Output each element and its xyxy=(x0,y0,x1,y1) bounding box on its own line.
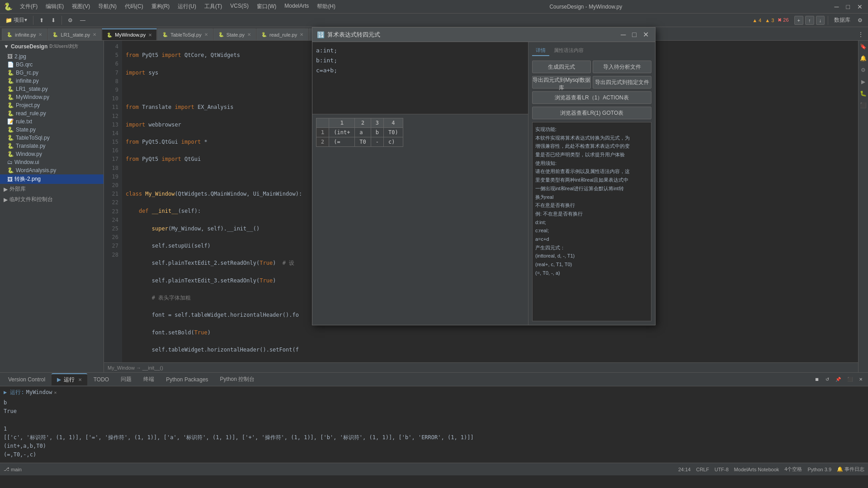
tab-lr1state[interactable]: 🐍 LR1_state.py ✕ xyxy=(47,28,101,40)
menu-bar[interactable]: 文件(F) 编辑(E) 视图(V) 导航(N) 代码(C) 重构(R) 运行(U… xyxy=(16,2,339,11)
sidebar-item-lr1statepy[interactable]: 🐍 LR1_state.py xyxy=(0,85,104,93)
notif-up-btn[interactable]: ↑ xyxy=(805,16,814,25)
settings-icon[interactable]: ⚙ xyxy=(859,66,868,74)
menu-window[interactable]: 窗口(W) xyxy=(253,2,280,11)
warning-count[interactable]: ▲ 4 xyxy=(752,18,761,23)
notif-down-btn[interactable]: ↓ xyxy=(816,16,825,25)
project-dropdown[interactable]: 📁 项目▾ xyxy=(3,14,30,26)
sidebar-group-external[interactable]: ▶ 外部库 xyxy=(0,184,104,194)
sidebar-root[interactable]: ▼ CourseDesign D:\Users\刘方 xyxy=(0,41,104,52)
close-tab-mywindow[interactable]: ✕ xyxy=(148,33,152,38)
maximize-btn[interactable]: □ xyxy=(844,3,852,10)
tab-python-packages[interactable]: Python Packages xyxy=(160,375,213,385)
view-action-btn[interactable]: 浏览器查看LR（1）ACTION表 xyxy=(532,91,651,104)
run-rerun-btn[interactable]: ↺ xyxy=(823,375,832,385)
menu-modelarts[interactable]: ModelArts xyxy=(281,2,312,11)
menu-edit[interactable]: 编辑(E) xyxy=(42,2,67,11)
sidebar-item-wordanalysis[interactable]: 🐍 WordAnalysis.py xyxy=(0,166,104,174)
arithmetic-dialog[interactable]: 🔢 算术表达式转四元式 ─ □ ✕ a:int;b:int;c=a+b; xyxy=(312,27,656,325)
maximize-panel-btn[interactable]: ⬛ xyxy=(844,375,855,385)
error-count[interactable]: ✖ 26 xyxy=(778,17,788,23)
sidebar-item-ruletxt[interactable]: 📝 rule.txt xyxy=(0,117,104,126)
collapse-btn[interactable]: — xyxy=(77,14,88,26)
tab-grammar[interactable]: 属性语法内容 xyxy=(550,46,587,56)
menu-view[interactable]: 视图(V) xyxy=(68,2,94,11)
tab-run[interactable]: ▶ 运行 ✕ xyxy=(52,373,87,385)
sidebar-item-mywindowpy[interactable]: 🐍 MyWindow.py xyxy=(0,93,104,101)
nav-up-btn[interactable]: ⬆ xyxy=(37,14,47,26)
terminal-icon[interactable]: ⬛ xyxy=(859,101,868,109)
menu-run[interactable]: 运行(U) xyxy=(174,2,200,11)
dialog-close-btn[interactable]: ✕ xyxy=(641,30,651,39)
tab-terminal[interactable]: 终端 xyxy=(138,374,160,385)
menu-file[interactable]: 文件(F) xyxy=(16,2,41,11)
tab-problems[interactable]: 问题 xyxy=(115,374,137,385)
line-ending[interactable]: CRLF xyxy=(696,467,709,472)
nav-down-btn[interactable]: ⬇ xyxy=(48,14,58,26)
tab-state[interactable]: 🐍 State.py ✕ xyxy=(213,28,256,40)
sidebar-item-readrulepy[interactable]: 🐍 read_rule.py xyxy=(0,109,104,117)
sidebar-item-infinitepy[interactable]: 🐍 infinite.py xyxy=(0,77,104,85)
database-btn[interactable]: 数据库 xyxy=(831,14,853,26)
dialog-maximize-btn[interactable]: □ xyxy=(630,31,638,39)
export-mysql-btn[interactable]: 导出四元式到Mysql数据库 xyxy=(532,76,591,89)
close-tab-state[interactable]: ✕ xyxy=(247,32,251,37)
sidebar-group-temp[interactable]: ▶ 临时文件和控制台 xyxy=(0,194,104,205)
cursor-position[interactable]: 24:14 xyxy=(678,467,691,472)
tab-mywindow[interactable]: 🐍 MyWindow.py ✕ xyxy=(102,28,157,40)
platform[interactable]: ModelArts Notebook xyxy=(734,467,779,472)
view-goto-btn[interactable]: 浏览器查看LR(1) GOTO表 xyxy=(532,107,651,119)
import-file-btn[interactable]: 导入待分析文件 xyxy=(593,61,651,73)
menu-help[interactable]: 帮助(H) xyxy=(313,2,339,11)
minimize-btn[interactable]: ─ xyxy=(833,3,841,10)
window-controls[interactable]: ─ □ ✕ xyxy=(833,3,864,10)
charset[interactable]: UTF-8 xyxy=(714,467,728,472)
more-btn[interactable]: ⚙ xyxy=(855,14,865,26)
debug-icon[interactable]: 🐛 xyxy=(859,89,868,98)
tab-infinite[interactable]: 🐍 infinite.py ✕ xyxy=(2,28,47,40)
close-tab-readrule[interactable]: ✕ xyxy=(300,32,303,37)
tab-version-control[interactable]: Version Control xyxy=(3,375,51,385)
sidebar-item-translatepy[interactable]: 🐍 Translate.py xyxy=(0,142,104,150)
menu-tools[interactable]: 工具(T) xyxy=(201,2,226,11)
event-log[interactable]: 🔔 事件日志 xyxy=(837,466,864,473)
sidebar-item-statepy[interactable]: 🐍 State.py xyxy=(0,126,104,134)
input-text-area[interactable]: a:int;b:int;c=a+b; xyxy=(312,42,528,114)
close-tab-tabletosql[interactable]: ✕ xyxy=(204,32,208,37)
sidebar-item-convert-png[interactable]: 🖼 转换-2.png xyxy=(0,174,104,184)
bookmarks-icon[interactable]: 🔖 xyxy=(859,42,868,51)
menu-nav[interactable]: 导航(N) xyxy=(94,2,120,11)
python-version[interactable]: Python 3.9 xyxy=(807,467,831,472)
sidebar-item-windowui[interactable]: 🗂 Window.ui xyxy=(0,158,104,166)
git-status[interactable]: ⎇ main xyxy=(4,466,22,472)
tab-readrule[interactable]: 🐍 read_rule.py ✕ xyxy=(256,28,308,40)
export-file-btn[interactable]: 导出四元式到指定文件 xyxy=(593,76,651,89)
sidebar-item-bgrcpy[interactable]: 🐍 BG_rc.py xyxy=(0,69,104,77)
pin-btn[interactable]: 📌 xyxy=(833,375,844,385)
sidebar-item-projectpy[interactable]: 🐍 Project.py xyxy=(0,101,104,109)
close-tab-infinite[interactable]: ✕ xyxy=(38,32,42,37)
close-btn[interactable]: ✕ xyxy=(855,3,864,10)
sidebar-item-windowpy[interactable]: 🐍 Window.py xyxy=(0,150,104,158)
menu-code[interactable]: 代码(C) xyxy=(121,2,147,11)
menu-refactor[interactable]: 重构(R) xyxy=(148,2,174,11)
indent[interactable]: 4个空格 xyxy=(784,466,802,473)
tab-details[interactable]: 详情 xyxy=(532,46,549,56)
warning-count-2[interactable]: ▲ 3 xyxy=(765,18,774,23)
more-tabs-btn[interactable]: ⋮ xyxy=(855,28,866,40)
close-tab-lr1[interactable]: ✕ xyxy=(93,32,96,37)
notif-plus-btn[interactable]: + xyxy=(794,16,803,25)
tab-todo[interactable]: TODO xyxy=(88,375,114,385)
run-stop-btn[interactable]: ⏹ xyxy=(812,375,822,385)
sidebar-item-bgqrc[interactable]: 📄 BG.qrc xyxy=(0,61,104,69)
close-panel-btn[interactable]: ✕ xyxy=(856,375,865,385)
sidebar-item-2jpg[interactable]: 🖼 2.jpg xyxy=(0,52,104,61)
settings-btn[interactable]: ⚙ xyxy=(65,14,75,26)
tab-tabletosql[interactable]: 🐍 TableToSql.py ✕ xyxy=(157,28,213,40)
menu-vcs[interactable]: VCS(S) xyxy=(226,2,252,11)
notifications-icon[interactable]: 🔔 xyxy=(859,54,868,62)
sidebar-item-tabletosqlpy[interactable]: 🐍 TableToSql.py xyxy=(0,134,104,142)
run-icon[interactable]: ▶ xyxy=(859,78,868,86)
gen-quad-btn[interactable]: 生成四元式 xyxy=(532,61,591,73)
dialog-minimize-btn[interactable]: ─ xyxy=(619,31,627,39)
